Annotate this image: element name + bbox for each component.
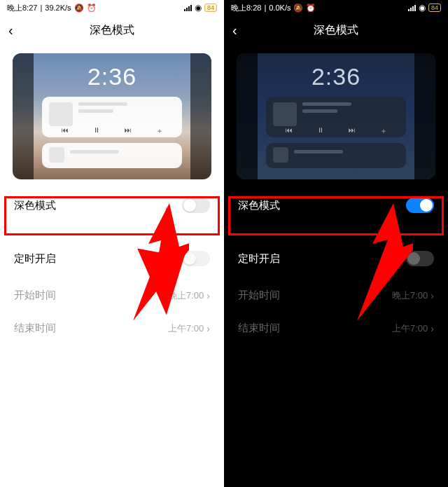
next-icon: ⏭ — [125, 126, 132, 136]
preview-clock: 2:36 — [237, 63, 435, 90]
preview-clock: 2:36 — [13, 63, 211, 90]
status-bar: 晚上8:28 | 0.0K/s 🔕 ⏰ ◉ 84 — [224, 0, 448, 15]
start-value: 晚上7:00 — [168, 289, 204, 302]
prev-icon: ⏮ — [286, 126, 293, 136]
preview-card: 2:36 ⏮⏸⏭＋ — [237, 53, 435, 179]
row-start-time[interactable]: 开始时间 晚上7:00› — [224, 279, 448, 312]
page-title: 深色模式 — [314, 23, 358, 38]
row-start-time[interactable]: 开始时间 晚上7:00› — [0, 279, 224, 312]
status-time: 晚上8:27 — [7, 3, 37, 13]
schedule-toggle[interactable] — [182, 251, 210, 266]
mute-icon: 🔕 — [74, 4, 84, 13]
mute-icon: 🔕 — [293, 4, 303, 13]
row-end-time[interactable]: 结束时间 上午7:00› — [224, 312, 448, 345]
end-label: 结束时间 — [14, 322, 56, 335]
pane-light: 晚上8:27 | 39.2K/s 🔕 ⏰ ◉ 84 ‹ 深色模式 2:36 ⏮⏸… — [0, 0, 224, 487]
row-dark-mode: 深色模式 — [224, 185, 448, 226]
chevron-right-icon: › — [430, 290, 434, 301]
start-label: 开始时间 — [14, 289, 56, 302]
pane-dark: 晚上8:28 | 0.0K/s 🔕 ⏰ ◉ 84 ‹ 深色模式 2:36 ⏮⏸⏭… — [224, 0, 448, 487]
pause-icon: ⏸ — [93, 126, 100, 136]
chevron-right-icon: › — [206, 323, 210, 334]
chevron-right-icon: › — [206, 290, 210, 301]
end-value: 上午7:00 — [168, 322, 204, 335]
signal-icon — [184, 5, 192, 11]
prev-icon: ⏮ — [62, 126, 69, 136]
row-schedule: 定时开启 — [0, 238, 224, 279]
schedule-label: 定时开启 — [238, 252, 280, 266]
dark-mode-label: 深色模式 — [14, 199, 56, 212]
schedule-toggle[interactable] — [406, 251, 434, 266]
status-time: 晚上8:28 — [231, 3, 261, 13]
header: ‹ 深色模式 — [0, 15, 224, 45]
wifi-icon: ◉ — [419, 3, 426, 13]
start-label: 开始时间 — [238, 289, 280, 302]
battery-icon: 84 — [204, 4, 217, 12]
status-net: 0.0K/s — [269, 4, 290, 12]
back-button[interactable]: ‹ — [8, 22, 13, 39]
status-bar: 晚上8:27 | 39.2K/s 🔕 ⏰ ◉ 84 — [0, 0, 224, 15]
header: ‹ 深色模式 — [224, 15, 448, 45]
preview-card: 2:36 ⏮⏸⏭＋ — [13, 53, 211, 179]
page-title: 深色模式 — [90, 23, 134, 38]
chevron-right-icon: › — [430, 323, 434, 334]
next-icon: ⏭ — [349, 126, 356, 136]
end-label: 结束时间 — [238, 322, 280, 335]
plus-icon: ＋ — [380, 126, 387, 136]
alarm-icon: ⏰ — [306, 4, 316, 13]
back-button[interactable]: ‹ — [232, 22, 237, 39]
dark-mode-toggle[interactable] — [182, 198, 210, 213]
alarm-icon: ⏰ — [87, 4, 97, 13]
dark-mode-toggle[interactable] — [406, 198, 434, 213]
signal-icon — [408, 5, 416, 11]
schedule-label: 定时开启 — [14, 252, 56, 266]
row-end-time[interactable]: 结束时间 上午7:00› — [0, 312, 224, 345]
dark-mode-label: 深色模式 — [238, 199, 280, 212]
end-value: 上午7:00 — [392, 322, 428, 335]
pause-icon: ⏸ — [317, 126, 324, 136]
plus-icon: ＋ — [156, 126, 163, 136]
wifi-icon: ◉ — [195, 3, 202, 13]
battery-icon: 84 — [428, 4, 441, 12]
status-net: 39.2K/s — [45, 4, 71, 12]
row-dark-mode: 深色模式 — [0, 185, 224, 226]
row-schedule: 定时开启 — [224, 238, 448, 279]
start-value: 晚上7:00 — [392, 289, 428, 302]
